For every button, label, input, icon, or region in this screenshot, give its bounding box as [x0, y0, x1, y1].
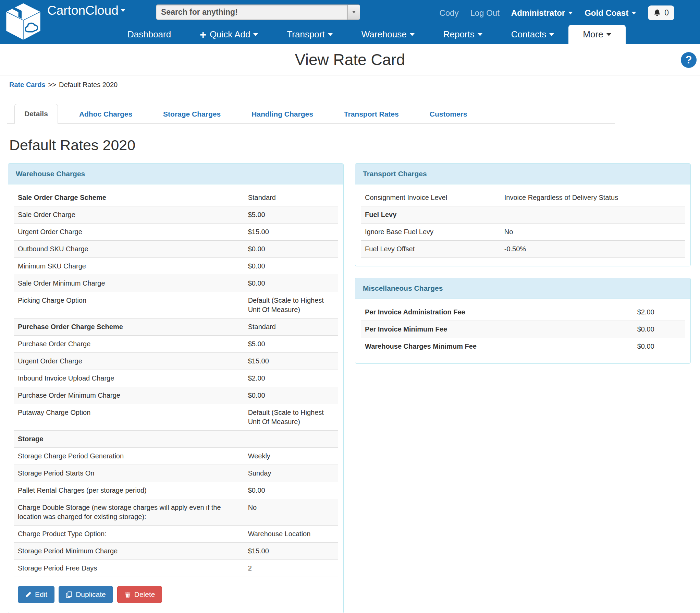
- row-label: Urgent Order Charge: [14, 353, 244, 370]
- panel-title: Miscellaneous Charges: [355, 278, 690, 299]
- row-value: $0.00: [244, 387, 338, 404]
- row-label: Minimum SKU Charge: [14, 258, 244, 275]
- row-value: $0.00: [633, 321, 685, 338]
- role-dropdown[interactable]: Administrator: [511, 8, 573, 18]
- row-value: $15.00: [244, 353, 338, 370]
- row-value: $0.00: [633, 338, 685, 355]
- row-value: Default (Scale to Highest Unit Of Measur…: [244, 404, 338, 431]
- table-row: Picking Charge Option Default (Scale to …: [14, 292, 338, 318]
- cartoncloud-logo-icon[interactable]: [3, 1, 44, 44]
- tab-details[interactable]: Details: [14, 104, 58, 124]
- row-label: Purchase Order Charge Scheme: [14, 318, 244, 336]
- row-label: Warehouse Charges Minimum Fee: [361, 338, 633, 355]
- row-label: Pallet Rental Charges (per storage perio…: [14, 482, 244, 499]
- table-row: Sale Order Charge Scheme Standard: [14, 189, 338, 206]
- row-label: Fuel Levy: [361, 206, 500, 224]
- row-value: $2.00: [633, 304, 685, 321]
- table-row: Storage: [14, 431, 338, 448]
- table-row: Fuel Levy Offset -0.50%: [361, 241, 685, 258]
- nav-dashboard[interactable]: Dashboard: [113, 25, 185, 44]
- location-dropdown[interactable]: Gold Coast: [585, 8, 636, 18]
- row-value: Standard: [244, 189, 338, 206]
- tab-handling-charges[interactable]: Handling Charges: [242, 105, 323, 124]
- row-value: [244, 431, 338, 448]
- left-column: Warehouse Charges Sale Order Charge Sche…: [8, 163, 344, 613]
- row-value: Warehouse Location: [244, 526, 338, 543]
- caret-down-icon: [352, 11, 356, 13]
- trash-icon: [124, 591, 131, 598]
- breadcrumb-rate-cards-link[interactable]: Rate Cards: [9, 81, 46, 89]
- page-title: View Rate Card: [295, 50, 405, 69]
- table-row: Urgent Order Charge $15.00: [14, 224, 338, 241]
- page-header: View Rate Card ?: [0, 44, 700, 75]
- help-icon[interactable]: ?: [681, 52, 697, 68]
- row-label: Sale Order Charge: [14, 206, 244, 224]
- row-value: $5.00: [244, 206, 338, 224]
- nav-contacts[interactable]: Contacts: [497, 25, 569, 44]
- table-row: Putaway Charge Option Default (Scale to …: [14, 404, 338, 431]
- row-label: Sale Order Minimum Charge: [14, 275, 244, 292]
- row-label: Ignore Base Fuel Levy: [361, 224, 500, 241]
- transport-charges-table: Consignment Invoice Level Invoice Regard…: [361, 189, 685, 258]
- table-row: Warehouse Charges Minimum Fee $0.00: [361, 338, 685, 355]
- caret-down-icon: [631, 12, 636, 14]
- tab-storage-charges[interactable]: Storage Charges: [153, 105, 230, 124]
- tab-transport-rates[interactable]: Transport Rates: [334, 105, 408, 124]
- table-row: Purchase Order Minimum Charge $0.00: [14, 387, 338, 404]
- table-row: Consignment Invoice Level Invoice Regard…: [361, 189, 685, 206]
- row-label: Outbound SKU Charge: [14, 241, 244, 258]
- nav-more[interactable]: More: [568, 25, 625, 44]
- warehouse-charges-table: Sale Order Charge Scheme Standard Sale O…: [14, 189, 338, 577]
- row-label: Sale Order Charge Scheme: [14, 189, 244, 206]
- table-row: Minimum SKU Charge $0.00: [14, 258, 338, 275]
- row-value: Invoice Regardless of Delivery Status: [500, 189, 685, 206]
- row-label: Storage Period Starts On: [14, 465, 244, 482]
- table-row: Outbound SKU Charge $0.00: [14, 241, 338, 258]
- row-label: Fuel Levy Offset: [361, 241, 500, 258]
- search-scope-dropdown[interactable]: [348, 4, 360, 20]
- row-label: Per Invoice Administration Fee: [361, 304, 633, 321]
- row-value: [500, 206, 685, 224]
- table-row: Sale Order Charge $5.00: [14, 206, 338, 224]
- edit-button[interactable]: Edit: [18, 586, 54, 603]
- row-value: Sunday: [244, 465, 338, 482]
- notifications-button[interactable]: 0: [648, 5, 674, 20]
- table-row: Ignore Base Fuel Levy No: [361, 224, 685, 241]
- row-label: Purchase Order Charge: [14, 336, 244, 353]
- search-input[interactable]: [156, 4, 348, 20]
- row-label: Per Invoice Minimum Fee: [361, 321, 633, 338]
- main-nav: Dashboard + Quick Add Transport Warehous…: [113, 25, 626, 44]
- row-label: Urgent Order Charge: [14, 224, 244, 241]
- table-row: Storage Charge Period Generation Weekly: [14, 448, 338, 465]
- duplicate-button[interactable]: Duplicate: [59, 586, 113, 603]
- nav-warehouse[interactable]: Warehouse: [347, 25, 429, 44]
- nav-transport[interactable]: Transport: [272, 25, 347, 44]
- row-value: $0.00: [244, 241, 338, 258]
- row-label: Putaway Charge Option: [14, 404, 244, 431]
- table-row: Sale Order Minimum Charge $0.00: [14, 275, 338, 292]
- delete-button[interactable]: Delete: [117, 586, 162, 603]
- caret-down-icon: [328, 33, 333, 36]
- row-label: Consignment Invoice Level: [361, 189, 500, 206]
- row-value: $0.00: [244, 482, 338, 499]
- breadcrumb-separator: >>: [48, 81, 56, 89]
- nav-reports[interactable]: Reports: [429, 25, 497, 44]
- brand-menu[interactable]: CartonCloud: [47, 3, 125, 18]
- caret-down-icon: [568, 12, 573, 14]
- tab-customers[interactable]: Customers: [420, 105, 477, 124]
- table-row: Charge Double Storage (new storage charg…: [14, 499, 338, 526]
- tab-adhoc-charges[interactable]: Adhoc Charges: [70, 105, 142, 124]
- row-value: $2.00: [244, 370, 338, 387]
- caret-down-icon: [253, 33, 258, 36]
- user-name-link[interactable]: Cody: [439, 8, 458, 18]
- miscellaneous-charges-table: Per Invoice Administration Fee $2.00 Per…: [361, 304, 685, 355]
- panel-title: Warehouse Charges: [8, 164, 343, 184]
- nav-quick-add[interactable]: + Quick Add: [185, 25, 272, 44]
- table-row: Per Invoice Administration Fee $2.00: [361, 304, 685, 321]
- warehouse-charges-panel: Warehouse Charges Sale Order Charge Sche…: [8, 163, 344, 613]
- row-value: No: [500, 224, 685, 241]
- notification-count: 0: [664, 8, 669, 17]
- logout-link[interactable]: Log Out: [470, 8, 499, 18]
- table-row: Per Invoice Minimum Fee $0.00: [361, 321, 685, 338]
- row-value: $15.00: [244, 543, 338, 560]
